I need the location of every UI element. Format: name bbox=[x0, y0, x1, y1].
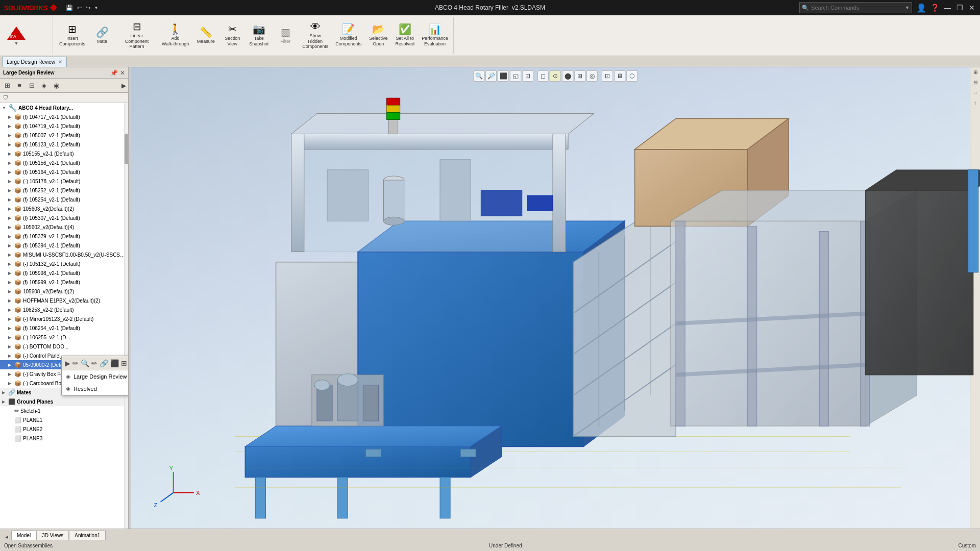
selective-open-btn[interactable]: 📂 Selective Open bbox=[365, 19, 391, 52]
search-input[interactable] bbox=[811, 5, 903, 11]
tree-root[interactable]: ▼ 🔧 ABCO 4 Head Rotary... bbox=[0, 103, 128, 112]
model-tab-animation1[interactable]: Animation1 bbox=[69, 531, 106, 540]
tree-item-24[interactable]: ▶ 📦 (-) 106255_v2-1 (D... bbox=[0, 333, 128, 342]
ti8-arrow[interactable]: ▶ bbox=[8, 188, 14, 193]
nav-btn-13[interactable]: ⬡ bbox=[626, 70, 638, 82]
tree-item-0[interactable]: ▶ 📦 (f) 104717_v2-1 (Default) bbox=[0, 112, 128, 121]
tree-item-3[interactable]: ▶ 📦 (f) 105123_v2-1 (Default) bbox=[0, 140, 128, 149]
cm-icon-7[interactable]: ⊞ bbox=[121, 359, 127, 367]
linear-component-pattern-btn[interactable]: ⊟ Linear Component Pattern bbox=[116, 19, 158, 52]
filter-btn[interactable]: ▧ Filter bbox=[273, 19, 298, 52]
ti18-arrow[interactable]: ▶ bbox=[8, 280, 14, 285]
quick-access-undo[interactable]: ↩ bbox=[77, 5, 82, 11]
sketch-item[interactable]: ✏ Sketch-1 bbox=[0, 406, 128, 415]
performance-evaluation-btn[interactable]: 📊 Performance Evaluation bbox=[419, 19, 451, 52]
ti20-arrow[interactable]: ▶ bbox=[8, 298, 14, 303]
ti29-arrow[interactable]: ▶ bbox=[8, 381, 14, 386]
scroll-left-btn[interactable]: ◄ bbox=[2, 534, 11, 540]
close-btn[interactable]: ✕ bbox=[968, 4, 976, 12]
ti19-arrow[interactable]: ▶ bbox=[8, 289, 14, 294]
nav-btn-5[interactable]: ⊡ bbox=[522, 70, 533, 82]
plane1-item[interactable]: ⬜ PLANE1 bbox=[0, 415, 128, 424]
tree-item-10[interactable]: ▶ 📦 105603_v2(Default)(2) bbox=[0, 204, 128, 213]
pib-icon-2[interactable]: ≡ bbox=[14, 81, 24, 91]
ti15-arrow[interactable]: ▶ bbox=[8, 253, 14, 257]
quick-access-save[interactable]: 💾 bbox=[66, 5, 73, 11]
tree-item-9[interactable]: ▶ 📦 (f) 105254_v2-1 (Default) bbox=[0, 195, 128, 204]
nav-btn-12[interactable]: 🖥 bbox=[614, 70, 625, 82]
ti5-arrow[interactable]: ▶ bbox=[8, 161, 14, 165]
nav-btn-8[interactable]: ⬤ bbox=[562, 70, 573, 82]
measure-btn[interactable]: 📏 Measure bbox=[193, 19, 218, 52]
nav-btn-2[interactable]: 🔎 bbox=[485, 70, 497, 82]
take-snapshot-btn[interactable]: 📷 Take Snapshot bbox=[246, 19, 272, 52]
pib-icon-1[interactable]: ⊞ bbox=[2, 81, 12, 91]
tree-item-7[interactable]: ▶ 📦 (-) 105178_v2-1 (Default) bbox=[0, 177, 128, 186]
tree-item-16[interactable]: ▶ 📦 (-) 105132_v2-1 (Default) bbox=[0, 259, 128, 268]
panel-pin-icon[interactable]: 📌 bbox=[110, 69, 118, 77]
show-hidden-btn[interactable]: 👁 Show Hidden Components bbox=[299, 19, 331, 52]
ti24-arrow[interactable]: ▶ bbox=[8, 335, 14, 340]
tree-item-5[interactable]: ▶ 📦 (f) 105156_v2-1 (Default) bbox=[0, 158, 128, 167]
cm-icon-1[interactable]: ▶ bbox=[65, 359, 70, 367]
tree-item-12[interactable]: ▶ 📦 105602_v2(Default)(4) bbox=[0, 222, 128, 232]
nav-btn-1[interactable]: 🔍 bbox=[473, 70, 484, 82]
insert-components-btn[interactable]: ⊞ Insert Components bbox=[56, 19, 88, 52]
ti10-arrow[interactable]: ▶ bbox=[8, 207, 14, 211]
gp-arrow[interactable]: ▶ bbox=[2, 399, 8, 404]
ti27-arrow[interactable]: ▶ bbox=[8, 363, 14, 367]
pib-icon-3[interactable]: ⊟ bbox=[27, 81, 37, 91]
tree-item-19[interactable]: ▶ 📦 105608_v2(Default)(2) bbox=[0, 287, 128, 296]
pib-icon-4[interactable]: ◈ bbox=[39, 81, 49, 91]
nav-btn-6[interactable]: ◻ bbox=[537, 70, 549, 82]
mate-btn[interactable]: 🔗 Mate bbox=[89, 19, 115, 52]
panel-close-icon[interactable]: ✕ bbox=[120, 69, 125, 77]
cm-icon-5[interactable]: 🔗 bbox=[100, 359, 108, 367]
ti7-arrow[interactable]: ▶ bbox=[8, 179, 14, 184]
tree-item-6[interactable]: ▶ 📦 (f) 105164_v2-1 (Default) bbox=[0, 167, 128, 177]
tree-item-15[interactable]: ▶ 📦 MISUMI U-SSCSП1.00-B0.50_v2(U-SSCSP(… bbox=[0, 250, 128, 259]
search-dropdown-icon[interactable]: ▼ bbox=[905, 5, 910, 10]
plane2-item[interactable]: ⬜ PLANE2 bbox=[0, 424, 128, 434]
tree-item-21[interactable]: ▶ 📦 106253_v2-2 (Default) bbox=[0, 305, 128, 314]
large-design-review-tab[interactable]: Large Design Review ✕ bbox=[2, 57, 67, 67]
scroll-thumb[interactable] bbox=[125, 134, 129, 164]
help-icon[interactable]: ❓ bbox=[930, 4, 939, 12]
model-tab-3dviews[interactable]: 3D Views bbox=[36, 531, 69, 540]
tree-item-8[interactable]: ▶ 📦 (f) 105252_v2-1 (Default) bbox=[0, 186, 128, 195]
cm-icon-4[interactable]: ✏ bbox=[91, 359, 97, 367]
quick-access-redo[interactable]: ↪ bbox=[86, 5, 90, 11]
set-all-resolved-btn[interactable]: ✅ Set All to Resolved bbox=[392, 19, 418, 52]
minimize-btn[interactable]: — bbox=[943, 4, 951, 12]
add-walkthrough-btn[interactable]: 🚶 Add Walk-through bbox=[159, 19, 192, 52]
ground-planes-item[interactable]: ▶ ⬛ Ground Planes bbox=[0, 397, 128, 406]
quick-access-more[interactable]: ▼ bbox=[94, 6, 99, 10]
ti28-arrow[interactable]: ▶ bbox=[8, 372, 14, 377]
ti2-arrow[interactable]: ▶ bbox=[8, 133, 14, 138]
tree-item-11[interactable]: ▶ 📦 (f) 105307_v2-1 (Default) bbox=[0, 213, 128, 222]
viewport[interactable]: 🔍 🔎 ⬛ ◱ ⊡ ◻ ⊙ ⬤ ⊞ ◎ ⊡ 🖥 ⬡ ⊞ ⊟ ↔ ↕ bbox=[131, 67, 980, 529]
tree-item-4[interactable]: ▶ 📦 105155_v2-1 (Default) bbox=[0, 149, 128, 158]
cm-icon-2[interactable]: ✏ bbox=[72, 359, 79, 367]
tree-item-22[interactable]: ▶ 📦 (-) Mirror105123_v2-2 (Default) bbox=[0, 314, 128, 323]
tree-item-2[interactable]: ▶ 📦 (f) 105007_v2-1 (Default) bbox=[0, 131, 128, 140]
cm-icon-6[interactable]: ⬛ bbox=[110, 359, 119, 367]
ti6-arrow[interactable]: ▶ bbox=[8, 170, 14, 174]
pib-icon-5[interactable]: ◉ bbox=[51, 81, 61, 91]
model-tab-model[interactable]: Model bbox=[11, 531, 36, 540]
tree-item-14[interactable]: ▶ 📦 (f) 105394_v2-1 (Default) bbox=[0, 241, 128, 250]
cm-item-large-design-review[interactable]: ◈ Large Design Review bbox=[62, 370, 129, 383]
mates-arrow[interactable]: ▶ bbox=[2, 390, 8, 395]
root-expand-arrow[interactable]: ▼ bbox=[2, 106, 8, 110]
ldr-tab-close[interactable]: ✕ bbox=[58, 59, 62, 65]
tree-item-18[interactable]: ▶ 📦 (f) 105999_v2-1 (Default) bbox=[0, 278, 128, 287]
ti16-arrow[interactable]: ▶ bbox=[8, 262, 14, 266]
ti9-arrow[interactable]: ▶ bbox=[8, 197, 14, 202]
nav-btn-4[interactable]: ◱ bbox=[510, 70, 521, 82]
cm-icon-3[interactable]: 🔍 bbox=[81, 359, 89, 367]
restore-btn[interactable]: ❐ bbox=[955, 4, 964, 12]
pib-expand-btn[interactable]: ▶ bbox=[121, 82, 126, 89]
ti0-arrow[interactable]: ▶ bbox=[8, 115, 14, 119]
nav-btn-3[interactable]: ⬛ bbox=[498, 70, 509, 82]
ti23-arrow[interactable]: ▶ bbox=[8, 326, 14, 331]
